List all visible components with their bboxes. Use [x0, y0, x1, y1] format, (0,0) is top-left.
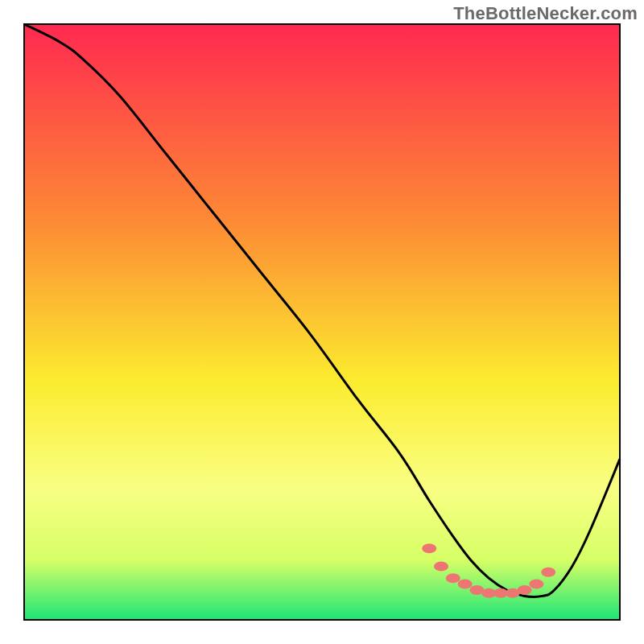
plot-background: [24, 24, 620, 620]
bottleneck-chart: [0, 0, 644, 644]
optimal-range-marker: [518, 585, 532, 595]
optimal-range-marker: [541, 568, 555, 577]
optimal-range-marker: [458, 580, 473, 589]
optimal-range-marker: [529, 580, 543, 589]
optimal-range-marker: [422, 543, 436, 553]
optimal-range-marker: [446, 573, 460, 583]
watermark: TheBottleNecker.com: [453, 3, 638, 24]
optimal-range-marker: [434, 561, 448, 571]
